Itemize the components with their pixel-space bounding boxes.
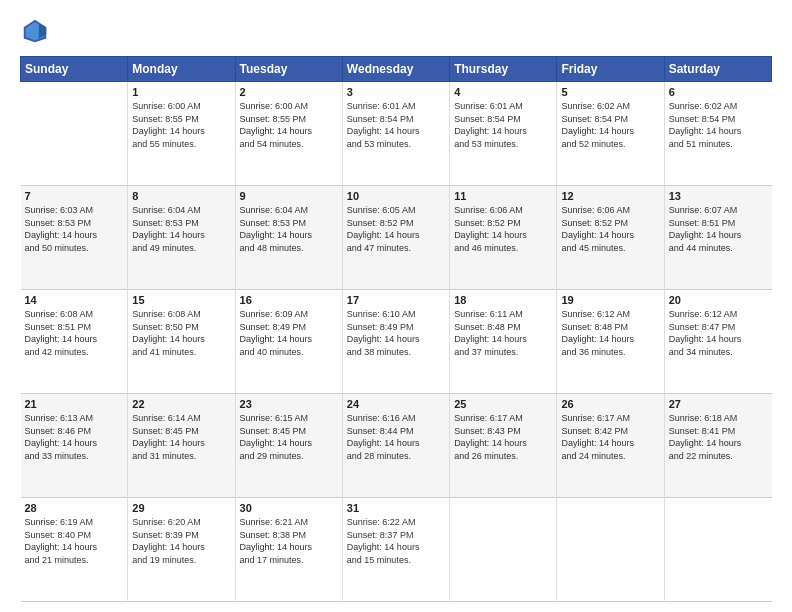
calendar-cell: 21Sunrise: 6:13 AM Sunset: 8:46 PM Dayli… [21, 394, 128, 498]
calendar-cell: 29Sunrise: 6:20 AM Sunset: 8:39 PM Dayli… [128, 498, 235, 602]
weekday-header: Tuesday [235, 57, 342, 82]
day-number: 23 [240, 398, 338, 410]
calendar-cell: 4Sunrise: 6:01 AM Sunset: 8:54 PM Daylig… [450, 82, 557, 186]
calendar-cell: 1Sunrise: 6:00 AM Sunset: 8:55 PM Daylig… [128, 82, 235, 186]
day-number: 26 [561, 398, 659, 410]
day-number: 9 [240, 190, 338, 202]
calendar-cell: 18Sunrise: 6:11 AM Sunset: 8:48 PM Dayli… [450, 290, 557, 394]
weekday-header: Friday [557, 57, 664, 82]
day-number: 31 [347, 502, 445, 514]
logo-icon [20, 16, 50, 46]
weekday-header: Wednesday [342, 57, 449, 82]
calendar-cell: 30Sunrise: 6:21 AM Sunset: 8:38 PM Dayli… [235, 498, 342, 602]
day-number: 2 [240, 86, 338, 98]
day-number: 11 [454, 190, 552, 202]
day-number: 3 [347, 86, 445, 98]
day-number: 16 [240, 294, 338, 306]
day-info: Sunrise: 6:10 AM Sunset: 8:49 PM Dayligh… [347, 308, 445, 358]
day-number: 15 [132, 294, 230, 306]
calendar-cell: 17Sunrise: 6:10 AM Sunset: 8:49 PM Dayli… [342, 290, 449, 394]
calendar-cell: 15Sunrise: 6:08 AM Sunset: 8:50 PM Dayli… [128, 290, 235, 394]
calendar-cell [557, 498, 664, 602]
calendar-cell [450, 498, 557, 602]
day-number: 20 [669, 294, 768, 306]
day-info: Sunrise: 6:08 AM Sunset: 8:51 PM Dayligh… [25, 308, 124, 358]
day-number: 6 [669, 86, 768, 98]
logo [20, 16, 54, 46]
day-info: Sunrise: 6:16 AM Sunset: 8:44 PM Dayligh… [347, 412, 445, 462]
day-number: 30 [240, 502, 338, 514]
day-info: Sunrise: 6:03 AM Sunset: 8:53 PM Dayligh… [25, 204, 124, 254]
day-info: Sunrise: 6:06 AM Sunset: 8:52 PM Dayligh… [561, 204, 659, 254]
calendar-week-row: 28Sunrise: 6:19 AM Sunset: 8:40 PM Dayli… [21, 498, 772, 602]
day-info: Sunrise: 6:02 AM Sunset: 8:54 PM Dayligh… [561, 100, 659, 150]
calendar-cell [21, 82, 128, 186]
calendar-cell: 11Sunrise: 6:06 AM Sunset: 8:52 PM Dayli… [450, 186, 557, 290]
calendar-cell: 22Sunrise: 6:14 AM Sunset: 8:45 PM Dayli… [128, 394, 235, 498]
weekday-header: Sunday [21, 57, 128, 82]
calendar-week-row: 21Sunrise: 6:13 AM Sunset: 8:46 PM Dayli… [21, 394, 772, 498]
day-info: Sunrise: 6:18 AM Sunset: 8:41 PM Dayligh… [669, 412, 768, 462]
day-info: Sunrise: 6:07 AM Sunset: 8:51 PM Dayligh… [669, 204, 768, 254]
day-number: 22 [132, 398, 230, 410]
calendar-cell: 12Sunrise: 6:06 AM Sunset: 8:52 PM Dayli… [557, 186, 664, 290]
day-info: Sunrise: 6:14 AM Sunset: 8:45 PM Dayligh… [132, 412, 230, 462]
calendar-cell: 2Sunrise: 6:00 AM Sunset: 8:55 PM Daylig… [235, 82, 342, 186]
day-info: Sunrise: 6:08 AM Sunset: 8:50 PM Dayligh… [132, 308, 230, 358]
day-number: 5 [561, 86, 659, 98]
day-number: 8 [132, 190, 230, 202]
day-info: Sunrise: 6:00 AM Sunset: 8:55 PM Dayligh… [240, 100, 338, 150]
calendar-cell [664, 498, 771, 602]
day-info: Sunrise: 6:21 AM Sunset: 8:38 PM Dayligh… [240, 516, 338, 566]
day-info: Sunrise: 6:05 AM Sunset: 8:52 PM Dayligh… [347, 204, 445, 254]
calendar-cell: 23Sunrise: 6:15 AM Sunset: 8:45 PM Dayli… [235, 394, 342, 498]
day-info: Sunrise: 6:19 AM Sunset: 8:40 PM Dayligh… [25, 516, 124, 566]
day-number: 7 [25, 190, 124, 202]
calendar-cell: 13Sunrise: 6:07 AM Sunset: 8:51 PM Dayli… [664, 186, 771, 290]
calendar-cell: 10Sunrise: 6:05 AM Sunset: 8:52 PM Dayli… [342, 186, 449, 290]
calendar-cell: 3Sunrise: 6:01 AM Sunset: 8:54 PM Daylig… [342, 82, 449, 186]
day-number: 19 [561, 294, 659, 306]
day-info: Sunrise: 6:06 AM Sunset: 8:52 PM Dayligh… [454, 204, 552, 254]
day-info: Sunrise: 6:12 AM Sunset: 8:47 PM Dayligh… [669, 308, 768, 358]
day-info: Sunrise: 6:20 AM Sunset: 8:39 PM Dayligh… [132, 516, 230, 566]
header [20, 16, 772, 46]
calendar-week-row: 14Sunrise: 6:08 AM Sunset: 8:51 PM Dayli… [21, 290, 772, 394]
day-number: 24 [347, 398, 445, 410]
day-number: 1 [132, 86, 230, 98]
day-number: 12 [561, 190, 659, 202]
day-info: Sunrise: 6:17 AM Sunset: 8:43 PM Dayligh… [454, 412, 552, 462]
calendar-cell: 9Sunrise: 6:04 AM Sunset: 8:53 PM Daylig… [235, 186, 342, 290]
day-number: 4 [454, 86, 552, 98]
day-info: Sunrise: 6:04 AM Sunset: 8:53 PM Dayligh… [132, 204, 230, 254]
calendar-cell: 6Sunrise: 6:02 AM Sunset: 8:54 PM Daylig… [664, 82, 771, 186]
calendar-cell: 5Sunrise: 6:02 AM Sunset: 8:54 PM Daylig… [557, 82, 664, 186]
day-number: 13 [669, 190, 768, 202]
calendar-table: SundayMondayTuesdayWednesdayThursdayFrid… [20, 56, 772, 602]
calendar-cell: 20Sunrise: 6:12 AM Sunset: 8:47 PM Dayli… [664, 290, 771, 394]
day-info: Sunrise: 6:01 AM Sunset: 8:54 PM Dayligh… [347, 100, 445, 150]
calendar-week-row: 1Sunrise: 6:00 AM Sunset: 8:55 PM Daylig… [21, 82, 772, 186]
calendar-cell: 27Sunrise: 6:18 AM Sunset: 8:41 PM Dayli… [664, 394, 771, 498]
day-info: Sunrise: 6:17 AM Sunset: 8:42 PM Dayligh… [561, 412, 659, 462]
day-info: Sunrise: 6:00 AM Sunset: 8:55 PM Dayligh… [132, 100, 230, 150]
day-info: Sunrise: 6:13 AM Sunset: 8:46 PM Dayligh… [25, 412, 124, 462]
calendar-cell: 8Sunrise: 6:04 AM Sunset: 8:53 PM Daylig… [128, 186, 235, 290]
day-info: Sunrise: 6:09 AM Sunset: 8:49 PM Dayligh… [240, 308, 338, 358]
calendar-cell: 28Sunrise: 6:19 AM Sunset: 8:40 PM Dayli… [21, 498, 128, 602]
day-info: Sunrise: 6:11 AM Sunset: 8:48 PM Dayligh… [454, 308, 552, 358]
weekday-header: Saturday [664, 57, 771, 82]
day-info: Sunrise: 6:22 AM Sunset: 8:37 PM Dayligh… [347, 516, 445, 566]
calendar-cell: 26Sunrise: 6:17 AM Sunset: 8:42 PM Dayli… [557, 394, 664, 498]
calendar-cell: 19Sunrise: 6:12 AM Sunset: 8:48 PM Dayli… [557, 290, 664, 394]
page: SundayMondayTuesdayWednesdayThursdayFrid… [0, 0, 792, 612]
day-info: Sunrise: 6:15 AM Sunset: 8:45 PM Dayligh… [240, 412, 338, 462]
calendar-week-row: 7Sunrise: 6:03 AM Sunset: 8:53 PM Daylig… [21, 186, 772, 290]
day-number: 29 [132, 502, 230, 514]
day-info: Sunrise: 6:02 AM Sunset: 8:54 PM Dayligh… [669, 100, 768, 150]
day-number: 28 [25, 502, 124, 514]
day-info: Sunrise: 6:12 AM Sunset: 8:48 PM Dayligh… [561, 308, 659, 358]
day-number: 18 [454, 294, 552, 306]
calendar-cell: 25Sunrise: 6:17 AM Sunset: 8:43 PM Dayli… [450, 394, 557, 498]
day-info: Sunrise: 6:04 AM Sunset: 8:53 PM Dayligh… [240, 204, 338, 254]
